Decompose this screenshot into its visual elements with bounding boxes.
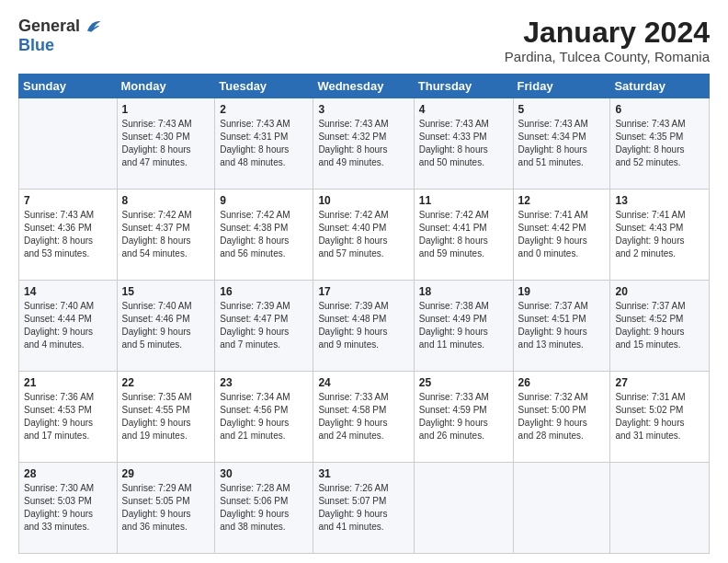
- sunrise-text: Sunrise: 7:43 AM: [518, 119, 588, 129]
- daylight-minutes-text: and 59 minutes.: [419, 248, 484, 259]
- sunset-text: Sunset: 5:03 PM: [24, 496, 92, 506]
- daylight-text: Daylight: 8 hours: [220, 236, 289, 246]
- sunrise-text: Sunrise: 7:40 AM: [24, 301, 94, 311]
- sunrise-text: Sunrise: 7:43 AM: [220, 119, 290, 129]
- sunset-text: Sunset: 4:44 PM: [24, 314, 92, 324]
- daylight-text: Daylight: 9 hours: [318, 327, 387, 337]
- sunrise-text: Sunrise: 7:38 AM: [419, 301, 489, 311]
- daylight-text: Daylight: 9 hours: [518, 236, 587, 246]
- sunrise-text: Sunrise: 7:39 AM: [318, 301, 388, 311]
- sunset-text: Sunset: 4:34 PM: [518, 132, 586, 142]
- page: General Blue January 2024 Pardina, Tulce…: [0, 0, 728, 563]
- day-number: 26: [518, 375, 606, 390]
- day-info: Sunrise: 7:43 AMSunset: 4:31 PMDaylight:…: [220, 118, 308, 169]
- calendar-cell: 15Sunrise: 7:40 AMSunset: 4:46 PMDayligh…: [117, 281, 215, 372]
- day-info: Sunrise: 7:43 AMSunset: 4:34 PMDaylight:…: [518, 118, 606, 169]
- calendar-cell: [19, 98, 118, 190]
- sunrise-text: Sunrise: 7:42 AM: [318, 210, 388, 220]
- daylight-minutes-text: and 7 minutes.: [220, 339, 280, 350]
- daylight-text: Daylight: 8 hours: [318, 144, 387, 155]
- daylight-text: Daylight: 8 hours: [318, 236, 387, 246]
- sunset-text: Sunset: 4:56 PM: [220, 405, 288, 415]
- day-info: Sunrise: 7:40 AMSunset: 4:44 PMDaylight:…: [24, 300, 112, 351]
- calendar-cell: 16Sunrise: 7:39 AMSunset: 4:47 PMDayligh…: [215, 281, 313, 372]
- calendar-cell: 8Sunrise: 7:42 AMSunset: 4:37 PMDaylight…: [117, 190, 215, 281]
- sunrise-text: Sunrise: 7:31 AM: [615, 392, 685, 402]
- day-info: Sunrise: 7:31 AMSunset: 5:02 PMDaylight:…: [615, 391, 704, 442]
- daylight-minutes-text: and 57 minutes.: [318, 248, 383, 259]
- day-number: 1: [122, 102, 210, 117]
- sunset-text: Sunset: 4:42 PM: [518, 223, 586, 233]
- daylight-minutes-text: and 48 minutes.: [220, 157, 285, 167]
- sunrise-text: Sunrise: 7:42 AM: [220, 210, 290, 220]
- calendar-cell: 12Sunrise: 7:41 AMSunset: 4:42 PMDayligh…: [513, 190, 610, 281]
- daylight-text: Daylight: 9 hours: [122, 327, 191, 337]
- sunset-text: Sunset: 4:37 PM: [122, 223, 190, 233]
- daylight-minutes-text: and 41 minutes.: [318, 522, 383, 532]
- day-number: 30: [220, 466, 308, 481]
- calendar-cell: 3Sunrise: 7:43 AMSunset: 4:32 PMDaylight…: [313, 98, 414, 190]
- sunrise-text: Sunrise: 7:33 AM: [318, 392, 388, 402]
- daylight-text: Daylight: 9 hours: [220, 327, 289, 337]
- daylight-minutes-text: and 49 minutes.: [318, 157, 383, 167]
- day-number: 19: [518, 284, 606, 299]
- calendar-cell: [414, 463, 513, 554]
- day-info: Sunrise: 7:28 AMSunset: 5:06 PMDaylight:…: [220, 482, 308, 534]
- calendar-cell: 4Sunrise: 7:43 AMSunset: 4:33 PMDaylight…: [414, 98, 513, 190]
- sunset-text: Sunset: 4:41 PM: [419, 223, 487, 233]
- daylight-text: Daylight: 9 hours: [318, 418, 387, 428]
- calendar-cell: 19Sunrise: 7:37 AMSunset: 4:51 PMDayligh…: [513, 281, 610, 372]
- sunset-text: Sunset: 4:49 PM: [419, 314, 487, 324]
- sunset-text: Sunset: 4:58 PM: [318, 405, 386, 415]
- sunrise-text: Sunrise: 7:42 AM: [122, 210, 192, 220]
- day-info: Sunrise: 7:42 AMSunset: 4:37 PMDaylight:…: [122, 209, 210, 260]
- daylight-minutes-text: and 36 minutes.: [122, 522, 188, 532]
- daylight-minutes-text: and 9 minutes.: [318, 339, 379, 350]
- day-info: Sunrise: 7:32 AMSunset: 5:00 PMDaylight:…: [518, 391, 606, 442]
- sunset-text: Sunset: 5:05 PM: [122, 496, 190, 506]
- day-number: 18: [419, 284, 508, 299]
- sunrise-text: Sunrise: 7:43 AM: [24, 210, 94, 220]
- calendar-table: SundayMondayTuesdayWednesdayThursdayFrid…: [18, 74, 710, 554]
- calendar-cell: 27Sunrise: 7:31 AMSunset: 5:02 PMDayligh…: [610, 372, 710, 463]
- sunset-text: Sunset: 5:00 PM: [518, 405, 586, 415]
- calendar-cell: 5Sunrise: 7:43 AMSunset: 4:34 PMDaylight…: [513, 98, 610, 190]
- daylight-text: Daylight: 9 hours: [24, 509, 93, 519]
- day-number: 22: [122, 375, 210, 390]
- day-info: Sunrise: 7:42 AMSunset: 4:40 PMDaylight:…: [318, 209, 408, 260]
- daylight-text: Daylight: 9 hours: [615, 327, 684, 337]
- logo: General Blue: [18, 17, 102, 55]
- sunset-text: Sunset: 4:36 PM: [24, 223, 92, 233]
- sunrise-text: Sunrise: 7:32 AM: [518, 392, 588, 402]
- day-info: Sunrise: 7:39 AMSunset: 4:48 PMDaylight:…: [318, 300, 408, 351]
- calendar-cell: 24Sunrise: 7:33 AMSunset: 4:58 PMDayligh…: [313, 372, 414, 463]
- day-number: 17: [318, 284, 408, 299]
- day-info: Sunrise: 7:43 AMSunset: 4:32 PMDaylight:…: [318, 118, 408, 169]
- daylight-minutes-text: and 0 minutes.: [518, 248, 579, 259]
- day-number: 21: [24, 375, 112, 390]
- day-info: Sunrise: 7:42 AMSunset: 4:41 PMDaylight:…: [419, 209, 508, 260]
- day-number: 7: [24, 193, 112, 208]
- daylight-text: Daylight: 8 hours: [419, 144, 488, 155]
- calendar-cell: 11Sunrise: 7:42 AMSunset: 4:41 PMDayligh…: [414, 190, 513, 281]
- sunrise-text: Sunrise: 7:33 AM: [419, 392, 489, 402]
- sunset-text: Sunset: 4:40 PM: [318, 223, 386, 233]
- calendar-cell: 18Sunrise: 7:38 AMSunset: 4:49 PMDayligh…: [414, 281, 513, 372]
- sunrise-text: Sunrise: 7:43 AM: [318, 119, 388, 129]
- daylight-text: Daylight: 8 hours: [24, 236, 93, 246]
- day-number: 4: [419, 102, 508, 117]
- day-number: 2: [220, 102, 308, 117]
- daylight-minutes-text: and 2 minutes.: [615, 248, 676, 259]
- day-number: 31: [318, 466, 408, 481]
- day-info: Sunrise: 7:36 AMSunset: 4:53 PMDaylight:…: [24, 391, 112, 442]
- day-info: Sunrise: 7:37 AMSunset: 4:51 PMDaylight:…: [518, 300, 606, 351]
- day-info: Sunrise: 7:43 AMSunset: 4:36 PMDaylight:…: [24, 209, 112, 260]
- col-header-monday: Monday: [117, 75, 215, 98]
- day-number: 6: [615, 102, 704, 117]
- daylight-text: Daylight: 9 hours: [518, 327, 587, 337]
- daylight-minutes-text: and 52 minutes.: [615, 157, 680, 167]
- sunrise-text: Sunrise: 7:34 AM: [220, 392, 290, 402]
- day-info: Sunrise: 7:37 AMSunset: 4:52 PMDaylight:…: [615, 300, 704, 351]
- calendar-cell: 17Sunrise: 7:39 AMSunset: 4:48 PMDayligh…: [313, 281, 414, 372]
- calendar-cell: 21Sunrise: 7:36 AMSunset: 4:53 PMDayligh…: [19, 372, 118, 463]
